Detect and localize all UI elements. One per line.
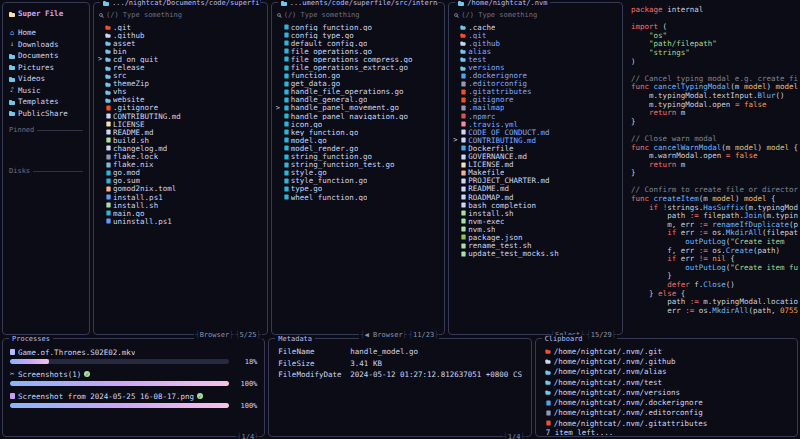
file-row[interactable]: versions (451, 63, 620, 71)
file-row[interactable]: CODE_OF_CONDUCT.md (451, 128, 620, 136)
file-row[interactable]: bin (96, 47, 265, 55)
file-row[interactable]: wheel_function.go (274, 193, 443, 201)
file-row[interactable]: config_function.go (274, 23, 443, 31)
file-row[interactable]: install.sh (96, 201, 265, 209)
file-row[interactable]: model.go (274, 136, 443, 144)
file-row[interactable]: main.go (96, 209, 265, 217)
file-row[interactable]: .editorconfig (451, 80, 620, 88)
file-row[interactable]: style.go (274, 169, 443, 177)
file-row[interactable]: file_operations_compress.go (274, 55, 443, 63)
file-row[interactable]: Makefile (451, 169, 620, 177)
file-row[interactable]: .dockerignore (451, 72, 620, 80)
file-row[interactable]: uninstall.ps1 (96, 217, 265, 225)
search-bar[interactable]: (/) Type something (99, 11, 262, 19)
file-row[interactable]: handle_panel_navigation.go (274, 112, 443, 120)
file-row[interactable]: .github (96, 31, 265, 39)
file-row[interactable]: file_operations_extract.go (274, 63, 443, 71)
file-row[interactable]: test (451, 55, 620, 63)
sidebar-item[interactable]: PublicShare (7, 108, 85, 120)
file-row[interactable]: src (96, 72, 265, 80)
file-row[interactable]: gomod2nix.toml (96, 185, 265, 193)
file-row[interactable]: nvm.sh (451, 225, 620, 233)
pinned-item[interactable] (7, 137, 85, 149)
file-row[interactable]: icon.go (274, 120, 443, 128)
sh-icon (106, 138, 110, 143)
file-row[interactable]: website (96, 96, 265, 104)
sidebar-item[interactable]: Pictures (7, 62, 85, 74)
file-row[interactable]: LICENSE (96, 120, 265, 128)
file-row[interactable]: key_function.go (274, 128, 443, 136)
file-row[interactable]: .travis.yml (451, 120, 620, 128)
file-row[interactable]: flake.lock (96, 153, 265, 161)
file-row[interactable]: PROJECT_CHARTER.md (451, 177, 620, 185)
file-row[interactable]: themeZip (96, 80, 265, 88)
file-row[interactable]: install.ps1 (96, 193, 265, 201)
file-row[interactable]: CONTRIBUTING.md (96, 112, 265, 120)
file-row[interactable]: string_function.go (274, 153, 443, 161)
sidebar-item[interactable]: ♪ Music (7, 85, 85, 97)
file-row[interactable]: release (96, 63, 265, 71)
file-row[interactable]: flake.nix (96, 161, 265, 169)
sidebar-item[interactable]: ↓ Downloads (7, 39, 85, 51)
file-row[interactable]: .git (96, 23, 265, 31)
file-row[interactable]: get_data.go (274, 80, 443, 88)
file-row[interactable]: install.sh (451, 209, 620, 217)
sidebar-item[interactable]: Documents (7, 50, 85, 62)
file-row[interactable]: build.sh (96, 136, 265, 144)
sidebar-item-label: PublicShare (18, 109, 68, 118)
file-row[interactable]: GOVERNANCE.md (451, 153, 620, 161)
file-row[interactable]: config_type.go (274, 31, 443, 39)
file-row[interactable]: .cache (451, 23, 620, 31)
file-row[interactable]: type.go (274, 185, 443, 193)
file-row[interactable]: alias (451, 47, 620, 55)
sidebar-item[interactable]: Templates (7, 96, 85, 108)
file-row[interactable]: handle_panel_movement.go (274, 104, 443, 112)
file-row[interactable]: vhs (96, 88, 265, 96)
file-row[interactable]: README.md (96, 128, 265, 136)
search-bar[interactable]: (/) Type something (454, 11, 617, 19)
file-row[interactable]: cd_on_quit (96, 55, 265, 63)
file-row[interactable]: function.go (274, 72, 443, 80)
file-row[interactable]: .mailmap (451, 104, 620, 112)
file-row[interactable]: update_test_mocks.sh (451, 250, 620, 258)
file-row[interactable]: go.mod (96, 169, 265, 177)
file-row[interactable]: go.sum (96, 177, 265, 185)
file-row[interactable]: package.json (451, 233, 620, 241)
file-row[interactable]: Dockerfile (451, 144, 620, 152)
file-row[interactable]: .gitignore (451, 96, 620, 104)
file-row[interactable]: nvm-exec (451, 217, 620, 225)
file-row[interactable]: asset (96, 39, 265, 47)
file-row[interactable]: ROADMAP.md (451, 193, 620, 201)
file-row[interactable]: style_function.go (274, 177, 443, 185)
process-item[interactable]: Game.of.Thrones.S02E02.mkv ✓ 18% (9, 347, 258, 366)
sidebar-item[interactable]: Videos (7, 73, 85, 85)
sidebar-item-label: Music (18, 86, 41, 95)
panel-path: .../nightcat/Documents/code/superfile (100, 0, 261, 7)
file-row[interactable]: changelog.md (96, 144, 265, 152)
search-icon (277, 13, 281, 17)
file-row[interactable]: .github (451, 39, 620, 47)
file-row[interactable]: LICENSE.md (451, 161, 620, 169)
disk-item[interactable] (7, 190, 85, 202)
file-row[interactable]: .gitignore (96, 104, 265, 112)
file-row[interactable]: handle_general.go (274, 96, 443, 104)
file-row[interactable]: .npmrc (451, 112, 620, 120)
file-row[interactable]: .git (451, 31, 620, 39)
process-item[interactable]: Screenshot from 2024-05-25 16-08-17.png … (9, 391, 258, 410)
file-row[interactable]: default_config.go (274, 39, 443, 47)
file-row[interactable]: file_operations.go (274, 47, 443, 55)
file-name: Dockerfile (468, 144, 513, 152)
file-row[interactable]: CONTRIBUTING.md (451, 136, 620, 144)
file-row[interactable]: string_function_test.go (274, 161, 443, 169)
file-row[interactable]: model_render.go (274, 144, 443, 152)
search-bar[interactable]: (/) Type something (277, 11, 440, 19)
file-row[interactable]: .gitattributes (451, 88, 620, 96)
file-row[interactable]: handle_file_operations.go (274, 88, 443, 96)
file-row[interactable]: bash_completion (451, 201, 620, 209)
sidebar-item[interactable]: ⌂ Home (7, 27, 85, 39)
process-item[interactable]: ✂ Screenshots(1) ✓ 100% (9, 369, 258, 388)
file-row[interactable]: rename_test.sh (451, 242, 620, 250)
file-row[interactable]: README.md (451, 185, 620, 193)
disk-item[interactable] (7, 178, 85, 190)
pinned-item[interactable] (7, 149, 85, 161)
